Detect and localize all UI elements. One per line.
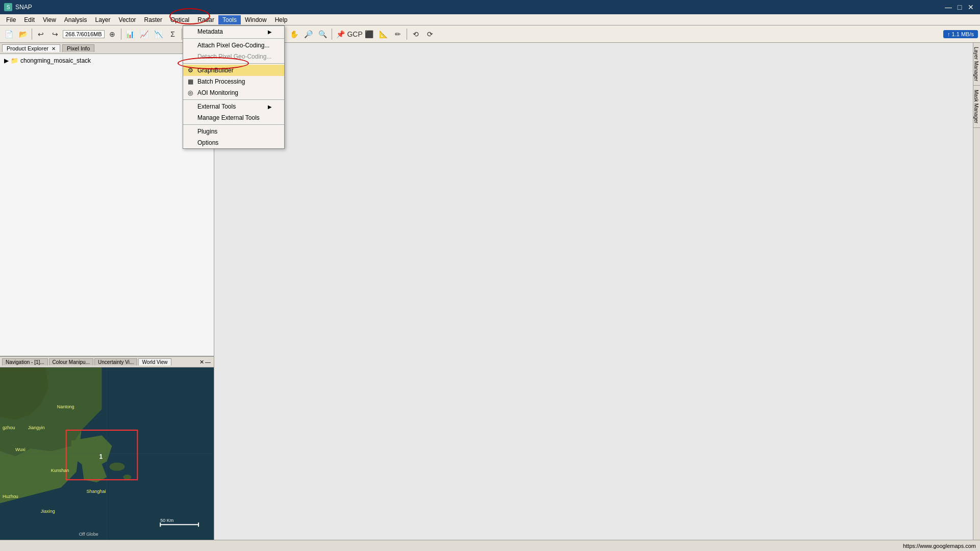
tools-dropdown-menu: Metadata ▶ Attach Pixel Geo-Coding... De…	[183, 25, 285, 149]
tree-item[interactable]: ▶ 📁 chongming_mosaic_stack	[2, 56, 212, 65]
side-tab-mask-manager[interactable]: Mask Manager	[973, 86, 980, 128]
detach-pixel-label: Detach Pixel Geo-Coding...	[197, 53, 271, 60]
menu-view[interactable]: View	[39, 15, 60, 24]
svg-text:gzhou: gzhou	[3, 425, 15, 430]
batch-icon: ▦	[186, 77, 194, 86]
options-icon	[186, 139, 194, 147]
zoom-tool[interactable]: 🔎	[302, 28, 315, 41]
tool-3[interactable]: 📉	[152, 28, 165, 41]
menu-tools[interactable]: Tools	[218, 15, 241, 24]
tab-uncertainty[interactable]: Uncertainty Vi...	[94, 358, 137, 365]
menu-item-batch[interactable]: ▦ Batch Processing	[183, 76, 284, 87]
menu-layer[interactable]: Layer	[91, 15, 115, 24]
menu-file[interactable]: File	[2, 15, 20, 24]
svg-text:Wuxi: Wuxi	[15, 447, 26, 452]
nav-minimize-icon[interactable]: —	[205, 359, 211, 365]
hand-tool[interactable]: ✋	[288, 28, 301, 41]
menu-radar[interactable]: Radar	[193, 15, 218, 24]
tool-2[interactable]: 📈	[138, 28, 151, 41]
nav-header: Navigation - [1]... Colour Manipu... Unc…	[0, 356, 214, 368]
menu-item-aoi[interactable]: ◎ AOI Monitoring	[183, 87, 284, 98]
main-layout: Product Explorer ✕ Pixel Info ▶ 📁 chongm…	[0, 43, 980, 540]
tool-12[interactable]: 📐	[377, 28, 390, 41]
tab-product-explorer[interactable]: Product Explorer ✕	[2, 44, 60, 52]
svg-text:Shanghai: Shanghai	[87, 489, 106, 494]
pin-tool[interactable]: 📌	[334, 28, 347, 41]
new-button[interactable]: 📄	[2, 28, 15, 41]
undo-button[interactable]: ↩	[34, 28, 47, 41]
nav-panel: Navigation - [1]... Colour Manipu... Unc…	[0, 356, 214, 540]
svg-text:Off Globe: Off Globe	[79, 532, 98, 537]
tab-worldview[interactable]: World View	[138, 358, 171, 365]
plugins-label: Plugins	[197, 128, 217, 135]
tool-11[interactable]: ⬛	[363, 28, 376, 41]
options-label: Options	[197, 139, 218, 146]
title-left: S SNAP	[4, 3, 32, 11]
toolbar-separator-1	[32, 29, 32, 40]
menu-item-plugins[interactable]: Plugins	[183, 126, 284, 137]
attach-pixel-label: Attach Pixel Geo-Coding...	[197, 42, 269, 49]
menu-vector[interactable]: Vector	[115, 15, 140, 24]
plugins-icon	[186, 127, 194, 136]
toolbar-separator-6	[407, 29, 407, 40]
speed-display: ↑ 1.1 MB/s	[941, 30, 978, 38]
attach-icon	[186, 41, 194, 49]
menu-analysis[interactable]: Analysis	[60, 15, 91, 24]
menu-optical[interactable]: Optical	[166, 15, 193, 24]
manage-external-label: Manage External Tools	[197, 114, 260, 121]
tab-navigation[interactable]: Navigation - [1]...	[2, 358, 48, 365]
tab-colour[interactable]: Colour Manipu...	[49, 358, 93, 365]
menu-edit[interactable]: Edit	[20, 15, 39, 24]
tab-pixel-info[interactable]: Pixel Info	[62, 44, 94, 52]
minimize-button[interactable]: —	[943, 2, 953, 12]
external-tools-label: External Tools	[197, 103, 236, 110]
coord-display: 268.7/6016MB	[63, 30, 105, 38]
tool-14[interactable]: ⟲	[409, 28, 422, 41]
nav-close-icon[interactable]: ✕	[199, 359, 204, 365]
separator-2	[183, 63, 284, 64]
graphbuilder-label: GraphBuilder	[197, 67, 234, 74]
metadata-icon	[186, 28, 194, 36]
product-explorer: Product Explorer ✕ Pixel Info ▶ 📁 chongm…	[0, 43, 214, 356]
zoom-in-button[interactable]: ⊕	[106, 28, 119, 41]
menu-item-detach-pixel: Detach Pixel Geo-Coding...	[183, 51, 284, 62]
center-area	[214, 43, 973, 540]
expand-icon: ▶	[4, 57, 9, 64]
pe-header: Product Explorer ✕ Pixel Info	[0, 43, 214, 54]
metadata-label: Metadata	[197, 28, 223, 35]
pe-close-icon[interactable]: ✕	[52, 46, 56, 51]
tree-item-label: chongming_mosaic_stack	[20, 57, 91, 64]
tool-4[interactable]: Σ	[166, 28, 180, 41]
menu-item-attach-pixel[interactable]: Attach Pixel Geo-Coding...	[183, 40, 284, 51]
metadata-arrow: ▶	[268, 29, 272, 35]
side-tab-layer-manager[interactable]: Layer Manager	[973, 43, 980, 86]
maximize-button[interactable]: □	[954, 2, 965, 12]
folder-icon: 📁	[11, 57, 18, 64]
app-title: SNAP	[15, 4, 32, 11]
right-panel: Layer Manager Mask Manager	[973, 43, 980, 540]
svg-text:Nantong: Nantong	[57, 404, 74, 409]
gcp-tool[interactable]: GCP	[348, 28, 362, 41]
svg-text:Jiangyin: Jiangyin	[28, 425, 45, 430]
speed-label: ↑ 1.1 MB/s	[943, 30, 978, 38]
menu-raster[interactable]: Raster	[140, 15, 166, 24]
menu-item-graphbuilder[interactable]: ⚙ GraphBuilder	[183, 65, 284, 76]
tool-13[interactable]: ✏	[391, 28, 405, 41]
close-button[interactable]: ✕	[966, 2, 976, 12]
redo-button[interactable]: ↪	[48, 28, 62, 41]
tool-1[interactable]: 📊	[123, 28, 137, 41]
zoom-out-tool[interactable]: 🔍	[316, 28, 330, 41]
tool-15[interactable]: ⟳	[423, 28, 437, 41]
open-button[interactable]: 📂	[16, 28, 30, 41]
coords-status: https://www.googlemaps.com	[903, 543, 976, 549]
svg-text:1: 1	[99, 453, 103, 460]
manage-external-icon	[186, 114, 194, 122]
toolbar-separator-3	[182, 29, 182, 40]
world-view-map: Nantong Jiangyin gzhou Wuxi Kunshan Shan…	[0, 368, 214, 540]
menu-window[interactable]: Window	[241, 15, 271, 24]
menu-item-external-tools[interactable]: External Tools ▶	[183, 101, 284, 112]
menu-help[interactable]: Help	[271, 15, 292, 24]
menu-item-options[interactable]: Options	[183, 137, 284, 148]
menu-item-manage-external[interactable]: Manage External Tools	[183, 112, 284, 123]
menu-item-metadata[interactable]: Metadata ▶	[183, 26, 284, 37]
